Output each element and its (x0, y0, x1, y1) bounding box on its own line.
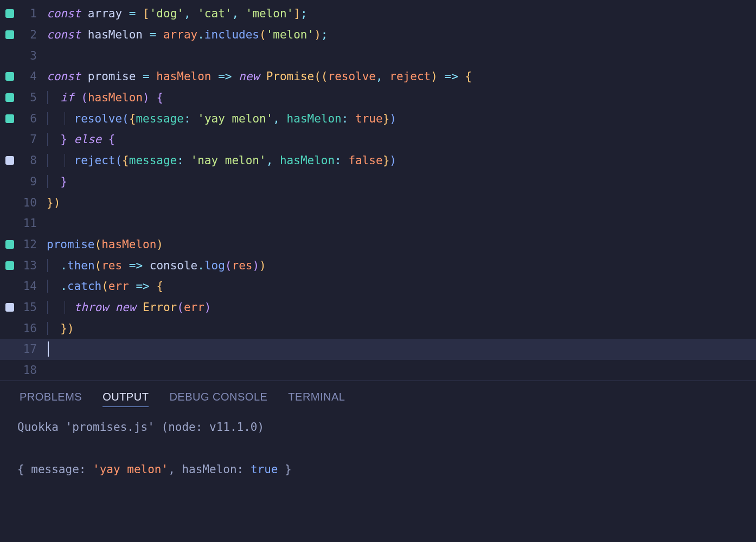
code-content[interactable]: promise(hasMelon) (47, 238, 163, 251)
tab-debug-console[interactable]: DEBUG CONSOLE (169, 391, 267, 407)
line-number: 9 (20, 175, 47, 188)
line-number: 10 (20, 196, 47, 209)
code-line[interactable]: 7 } else { (0, 129, 756, 150)
line-number: 16 (20, 322, 47, 335)
tab-terminal[interactable]: TERMINAL (288, 391, 345, 407)
code-line[interactable]: 6 resolve({message: 'yay melon', hasMelo… (0, 108, 756, 129)
uncovered-marker-icon (5, 303, 14, 312)
gutter-marker (0, 303, 20, 312)
code-content[interactable] (47, 341, 49, 357)
code-line[interactable]: 9 } (0, 171, 756, 192)
text-cursor-icon (48, 341, 49, 357)
code-editor[interactable]: 1const array = ['dog', 'cat', 'melon'];2… (0, 0, 756, 380)
panel-tabs: PROBLEMS OUTPUT DEBUG CONSOLE TERMINAL (0, 381, 756, 412)
line-number: 1 (20, 7, 47, 20)
code-line[interactable]: 4const promise = hasMelon => new Promise… (0, 66, 756, 87)
code-content[interactable]: .then(res => console.log(res)) (47, 259, 266, 272)
tab-output[interactable]: OUTPUT (102, 391, 149, 407)
gutter-marker (0, 114, 20, 123)
code-line[interactable]: 12promise(hasMelon) (0, 234, 756, 255)
code-content[interactable]: if (hasMelon) { (47, 91, 163, 104)
code-line[interactable]: 1const array = ['dog', 'cat', 'melon']; (0, 3, 756, 24)
covered-marker-icon (5, 30, 14, 39)
gutter-marker (0, 30, 20, 39)
code-line[interactable]: 14 .catch(err => { (0, 276, 756, 297)
gutter-marker (0, 261, 20, 270)
line-number: 18 (20, 364, 47, 377)
output-line: Quokka 'promises.js' (node: v11.1.0) (17, 417, 739, 438)
code-line[interactable]: 3 (0, 45, 756, 66)
line-number: 6 (20, 112, 47, 125)
gutter-marker (0, 9, 20, 18)
code-content[interactable]: resolve({message: 'yay melon', hasMelon:… (47, 112, 396, 125)
gutter-marker (0, 72, 20, 81)
code-content[interactable]: }) (47, 322, 74, 335)
uncovered-marker-icon (5, 156, 14, 165)
output-line (17, 438, 739, 459)
line-number: 8 (20, 154, 47, 167)
line-number: 4 (20, 70, 47, 83)
code-content[interactable]: const hasMelon = array.includes('melon')… (47, 28, 328, 41)
line-number: 11 (20, 217, 47, 230)
gutter-marker (0, 156, 20, 165)
covered-marker-icon (5, 114, 14, 123)
line-number: 15 (20, 301, 47, 314)
line-number: 13 (20, 259, 47, 272)
line-number: 14 (20, 280, 47, 293)
code-content[interactable]: reject({message: 'nay melon', hasMelon: … (47, 154, 396, 167)
line-number: 17 (20, 343, 47, 356)
code-line[interactable]: 10}) (0, 192, 756, 213)
code-line[interactable]: 16 }) (0, 318, 756, 339)
code-line[interactable]: 15 throw new Error(err) (0, 297, 756, 318)
line-number: 3 (20, 49, 47, 62)
code-line[interactable]: 13 .then(res => console.log(res)) (0, 255, 756, 276)
tab-problems[interactable]: PROBLEMS (20, 391, 82, 407)
output-body[interactable]: Quokka 'promises.js' (node: v11.1.0) { m… (0, 412, 756, 485)
covered-marker-icon (5, 240, 14, 249)
covered-marker-icon (5, 261, 14, 270)
code-content[interactable]: const promise = hasMelon => new Promise(… (47, 70, 472, 83)
code-content[interactable]: throw new Error(err) (47, 301, 212, 314)
code-content[interactable]: }) (47, 196, 60, 209)
code-line[interactable]: 2const hasMelon = array.includes('melon'… (0, 24, 756, 46)
line-number: 7 (20, 133, 47, 146)
code-line[interactable]: 17 (0, 339, 756, 360)
code-content[interactable]: const array = ['dog', 'cat', 'melon']; (47, 7, 307, 20)
line-number: 5 (20, 91, 47, 104)
code-content[interactable]: } (47, 175, 67, 188)
code-line[interactable]: 5 if (hasMelon) { (0, 87, 756, 108)
code-line[interactable]: 11 (0, 213, 756, 234)
line-number: 2 (20, 28, 47, 41)
code-content[interactable]: } else { (47, 133, 116, 146)
code-line[interactable]: 8 reject({message: 'nay melon', hasMelon… (0, 150, 756, 171)
covered-marker-icon (5, 9, 14, 18)
gutter-marker (0, 93, 20, 102)
covered-marker-icon (5, 72, 14, 81)
covered-marker-icon (5, 93, 14, 102)
output-line: { message: 'yay melon', hasMelon: true } (17, 459, 739, 480)
code-line[interactable]: 18 (0, 360, 756, 381)
code-content[interactable]: .catch(err => { (47, 280, 163, 293)
gutter-marker (0, 240, 20, 249)
bottom-panel: PROBLEMS OUTPUT DEBUG CONSOLE TERMINAL Q… (0, 380, 756, 542)
line-number: 12 (20, 238, 47, 251)
